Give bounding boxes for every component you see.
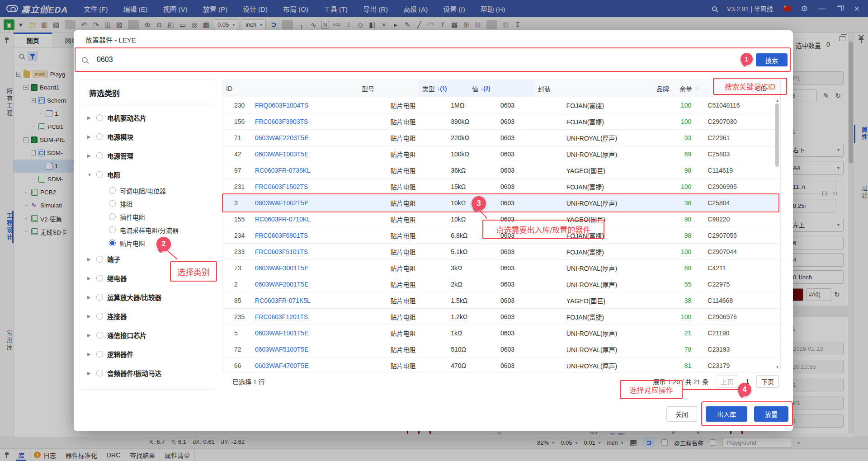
category-radio[interactable] bbox=[96, 171, 103, 178]
column-header[interactable]: 封装 bbox=[534, 80, 644, 97]
scroll-down-icon[interactable]: ▾ bbox=[775, 365, 779, 369]
expand-arrow-icon[interactable] bbox=[87, 276, 92, 281]
filter-category[interactable]: 电阻 bbox=[80, 165, 215, 184]
filter-category[interactable]: 可调电阻/电位器 bbox=[80, 184, 215, 197]
cell-package: 0603 bbox=[497, 346, 563, 353]
expand-arrow-icon[interactable] bbox=[87, 314, 92, 319]
category-radio[interactable] bbox=[96, 313, 103, 320]
sort-icon[interactable]: ↑↓ bbox=[694, 85, 698, 92]
cell-model-link[interactable]: 0603WAF4700T5E bbox=[251, 362, 387, 369]
cell-type: 贴片电阻 bbox=[387, 133, 447, 142]
table-row[interactable]: 73 0603WAF3001T5E 贴片电阻 3kΩ 0603 UNI-ROYA… bbox=[222, 260, 780, 276]
category-radio[interactable] bbox=[96, 370, 103, 376]
expand-arrow-icon[interactable] bbox=[87, 134, 92, 139]
next-page-button[interactable]: 下页 bbox=[756, 375, 779, 388]
sort-icon[interactable]: ↓(2) bbox=[481, 85, 491, 92]
cell-model-link[interactable]: 0603WAF3001T5E bbox=[251, 264, 387, 272]
cell-model-link[interactable]: FRC0603F1201TS bbox=[251, 313, 387, 320]
expand-arrow-icon[interactable] bbox=[87, 257, 92, 262]
table-row[interactable]: 71 0603WAF2203T5E 贴片电阻 220kΩ 0603 UNI-RO… bbox=[222, 130, 780, 146]
table-row[interactable]: 5 0603WAF1001T5E 贴片电阻 1kΩ 0603 UNI-ROYAL… bbox=[222, 325, 780, 341]
selected-rows-text: 已选择 1 行 bbox=[222, 377, 265, 386]
expand-arrow-icon[interactable] bbox=[87, 371, 92, 376]
cell-model-link[interactable]: FRQ0603F1004TS bbox=[251, 102, 387, 109]
table-row[interactable]: 230 FRQ0603F1004TS 贴片电阻 1MΩ 0603 FOJAN(富… bbox=[222, 97, 780, 113]
category-radio[interactable] bbox=[96, 332, 103, 339]
table-row[interactable]: 97 RC0603FR-0736KL 贴片电阻 36kΩ 0603 YAGEO(… bbox=[222, 162, 780, 179]
expand-arrow-icon[interactable] bbox=[87, 115, 92, 120]
cell-model-link[interactable]: RC0603FR-0710KL bbox=[251, 216, 387, 223]
scrollbar-thumb[interactable] bbox=[775, 103, 779, 167]
cell-model-link[interactable]: RC0603FR-0736KL bbox=[251, 167, 387, 174]
cell-model-link[interactable]: FRC0603F3903TS bbox=[251, 118, 387, 125]
category-radio[interactable] bbox=[109, 187, 116, 194]
scroll-up-icon[interactable]: ▴ bbox=[775, 98, 779, 103]
cell-model-link[interactable]: 0603WAF2001T5E bbox=[251, 281, 387, 288]
category-label: 端子 bbox=[107, 254, 120, 264]
table-row[interactable]: 231 FRC0603F1502TS 贴片电阻 15kΩ 0603 FOJAN(… bbox=[222, 179, 780, 195]
cell-cid: C2906995 bbox=[704, 183, 780, 190]
filter-category[interactable]: 电源模块 bbox=[80, 127, 215, 146]
dialog-close-icon[interactable]: ✕ bbox=[856, 32, 866, 43]
table-row[interactable]: 42 0603WAF1003T5E 贴片电阻 100kΩ 0603 UNI-RO… bbox=[222, 146, 780, 162]
table-row[interactable]: 66 0603WAF4700T5E 贴片电阻 470Ω 0603 UNI-ROY… bbox=[222, 358, 780, 372]
cell-model-link[interactable]: FRC0603F5101TS bbox=[251, 248, 387, 255]
expand-arrow-icon[interactable] bbox=[87, 172, 92, 177]
expand-arrow-icon[interactable] bbox=[87, 333, 92, 338]
cell-model-link[interactable]: FRC0603F1502TS bbox=[251, 183, 387, 190]
prev-page-button[interactable]: 上页 bbox=[716, 375, 738, 388]
cell-brand: FOJAN(富捷) bbox=[563, 247, 672, 256]
category-radio[interactable] bbox=[96, 114, 103, 121]
cell-model-link[interactable]: 0603WAF5100T5E bbox=[251, 346, 387, 353]
category-radio[interactable] bbox=[109, 200, 116, 207]
filter-category[interactable]: 逻辑器件 bbox=[80, 344, 215, 363]
cell-model-link[interactable]: RC0603FR-071K5L bbox=[251, 297, 387, 304]
expand-arrow-icon[interactable] bbox=[87, 295, 92, 300]
category-label: 电机驱动芯片 bbox=[107, 113, 146, 122]
expand-arrow-icon[interactable] bbox=[87, 153, 92, 158]
filter-category[interactable]: 插件电阻 bbox=[80, 210, 215, 223]
column-header[interactable]: 型号 bbox=[358, 80, 419, 97]
category-radio[interactable] bbox=[96, 275, 103, 282]
cell-model-link[interactable]: 0603WAF2203T5E bbox=[251, 134, 387, 141]
table-row[interactable]: 2 0603WAF2001T5E 贴片电阻 2kΩ 0603 UNI-ROYAL… bbox=[222, 276, 780, 292]
category-radio[interactable] bbox=[109, 226, 116, 233]
close-button[interactable]: 关闭 bbox=[666, 406, 697, 422]
filter-category[interactable]: 贴片电阻 bbox=[80, 236, 215, 249]
category-radio[interactable] bbox=[96, 294, 103, 301]
column-header[interactable]: 类型 ↓(1) bbox=[419, 80, 468, 97]
category-radio[interactable] bbox=[96, 152, 103, 159]
table-scrollbar[interactable]: ▴ ▾ bbox=[775, 98, 779, 369]
category-radio[interactable] bbox=[109, 240, 116, 246]
filter-category[interactable]: 电源管理 bbox=[80, 146, 215, 165]
category-radio[interactable] bbox=[109, 213, 116, 220]
cell-package: 0603 bbox=[497, 102, 563, 109]
expand-arrow-icon[interactable] bbox=[87, 352, 92, 357]
filter-category[interactable]: 电流采样电阻/分流器 bbox=[80, 223, 215, 236]
dialog-expand-icon[interactable] bbox=[840, 36, 845, 41]
table-row[interactable]: 72 0603WAF5100T5E 贴片电阻 510Ω 0603 UNI-ROY… bbox=[222, 341, 780, 358]
filter-category[interactable]: 音频器件/振动马达 bbox=[80, 363, 215, 382]
table-row[interactable]: 233 FRC0603F5101TS 贴片电阻 5.1kΩ 0603 FOJAN… bbox=[222, 244, 780, 260]
cell-model-link[interactable]: FRC0603F6801TS bbox=[251, 232, 387, 239]
category-radio[interactable] bbox=[96, 351, 103, 358]
cell-cid: C22975 bbox=[704, 281, 780, 288]
column-header[interactable]: 品牌 bbox=[644, 80, 676, 97]
filter-category[interactable]: 连接器 bbox=[80, 306, 215, 325]
filter-category[interactable]: 电机驱动芯片 bbox=[80, 108, 215, 127]
sort-icon[interactable]: ↓(1) bbox=[437, 85, 447, 92]
cell-model-link[interactable]: 0603WAF1003T5E bbox=[251, 151, 387, 158]
category-radio[interactable] bbox=[96, 256, 103, 263]
filter-category[interactable]: 通信接口芯片 bbox=[80, 325, 215, 344]
table-row[interactable]: 235 FRC0603F1201TS 贴片电阻 1.2kΩ 0603 FOJAN… bbox=[222, 309, 780, 325]
table-row[interactable]: 156 FRC0603F3903TS 贴片电阻 390kΩ 0603 FOJAN… bbox=[222, 113, 780, 130]
cell-model-link[interactable]: 0603WAF1001T5E bbox=[251, 329, 387, 337]
category-radio[interactable] bbox=[96, 133, 103, 140]
column-header[interactable]: ID bbox=[222, 80, 358, 97]
filter-category[interactable]: 运算放大器/比较器 bbox=[80, 287, 215, 306]
filter-category[interactable]: 排阻 bbox=[80, 197, 215, 210]
table-row[interactable]: 85 RC0603FR-071K5L 贴片电阻 1.5kΩ 0603 YAGEO… bbox=[222, 292, 780, 309]
cell-id: 72 bbox=[222, 346, 251, 353]
cell-type: 贴片电阻 bbox=[387, 345, 447, 354]
column-header[interactable]: 值 ↓(2) bbox=[468, 80, 534, 97]
